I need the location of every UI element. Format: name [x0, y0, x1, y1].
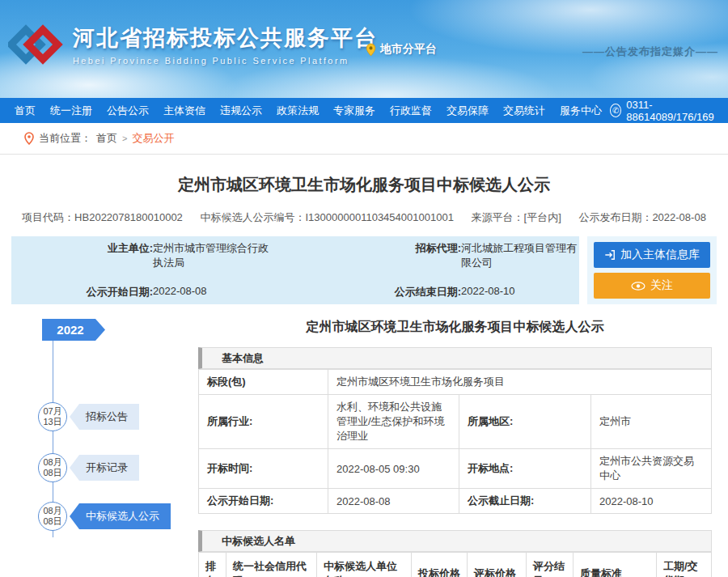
notice-start-label: 公示开始日期:: [11, 285, 153, 299]
nav-item-policies[interactable]: 政策法规: [270, 104, 325, 118]
timeline-date: 08月 08日: [38, 453, 67, 482]
notice-number-label: 中标候选人公示编号：: [200, 211, 305, 223]
nav-item-register[interactable]: 统一注册: [44, 104, 99, 118]
timeline-date-day: 08日: [43, 468, 61, 478]
region-label: 所属地区:: [459, 395, 591, 449]
col-company-name: 中标候选人单位名称: [317, 553, 412, 577]
candidates-table: 排名 统一社会信用代码 中标候选人单位名称 投标价格 评标价格 评分结果 质量标…: [198, 552, 712, 577]
nav-item-trade-statistics[interactable]: 交易统计: [497, 104, 552, 118]
notice-start-value: 2022-08-08: [153, 285, 271, 299]
main-nav: 首页 统一注册 公告公示 主体资信 违规公示 政策法规 专家服务 行政监督 交易…: [0, 98, 728, 123]
col-credit-code: 统一社会信用代码: [226, 553, 317, 577]
hotline: ✆ 0311-88614089/176/169: [610, 99, 720, 123]
col-quality: 质量标准: [574, 553, 657, 577]
follow-button[interactable]: 关注: [594, 273, 710, 299]
table-row: 开标时间: 2022-08-05 09:30 开标地点: 定州市公共资源交易中心: [199, 449, 712, 489]
publicity-end-value: 2022-08-10: [591, 489, 712, 514]
bidding-agent-value: 河北城旅工程项目管理有限公司: [461, 241, 579, 270]
timeline-date: 07月 13日: [38, 402, 67, 431]
timeline-label-active: 中标候选人公示: [70, 503, 171, 529]
timeline-date-month: 08月: [43, 506, 61, 516]
col-evaluated-price: 评标价格: [468, 553, 527, 577]
col-rank: 排名: [199, 553, 226, 577]
city-platform-label: 地市分平台: [380, 42, 437, 57]
publish-date-label: 公示发布日期：: [578, 211, 652, 223]
bidding-agent-label: 招标代理:: [271, 241, 461, 270]
join-entity-db-button[interactable]: 加入主体信息库: [594, 242, 710, 268]
col-bid-price: 投标价格: [412, 553, 468, 577]
publicity-start-value: 2022-08-08: [328, 489, 459, 514]
timeline-date-day: 08日: [43, 516, 61, 527]
table-header-row: 排名 统一社会信用代码 中标候选人单位名称 投标价格 评标价格 评分结果 质量标…: [199, 553, 712, 577]
breadcrumb-label: 当前位置：: [39, 131, 91, 146]
project-code-value: HB2022078180010002: [74, 211, 183, 223]
timeline-date-month: 07月: [43, 406, 61, 417]
timeline-item-bid-opening[interactable]: 08月 08日 开标记录: [38, 453, 139, 482]
main-content: 2022 07月 13日 招标公告 08月 08日 开标记录 08月 08日 中…: [0, 319, 728, 577]
timeline-date-month: 08月: [43, 457, 61, 468]
nav-item-home[interactable]: 首页: [8, 104, 42, 118]
industry-label: 所属行业:: [199, 395, 328, 449]
timeline-item-tender-notice[interactable]: 07月 13日 招标公告: [38, 402, 139, 431]
notice-article: 定州市城区环境卫生市场化服务项目中标候选人公示 基本信息 标段(包) 定州市城区…: [198, 319, 712, 577]
timeline-item-candidates[interactable]: 08月 08日 中标候选人公示: [38, 502, 171, 531]
timeline-date-day: 13日: [43, 417, 61, 427]
col-duration: 工期/交货期: [657, 553, 712, 577]
nav-item-admin-supervision[interactable]: 行政监督: [383, 104, 438, 118]
summary-box: 业主单位: 定州市城市管理综合行政执法局 招标代理: 河北城旅工程项目管理有限公…: [11, 236, 579, 304]
opening-time-value: 2022-08-05 09:30: [328, 449, 459, 489]
notice-end-value: 2022-08-10: [461, 285, 579, 299]
timeline-date: 08月 08日: [38, 502, 67, 531]
nav-item-announcements[interactable]: 公告公示: [100, 104, 155, 118]
site-header: 河北省招标投标公共服务平台 Hebei Province Bidding Pub…: [0, 0, 728, 98]
action-panel: 加入主体信息库 关注: [587, 236, 717, 304]
bid-section-label: 标段(包): [199, 370, 328, 395]
nav-item-entity-credit[interactable]: 主体资信: [157, 104, 212, 118]
nav-item-violations[interactable]: 违规公示: [214, 104, 269, 118]
process-timeline: 2022 07月 13日 招标公告 08月 08日 开标记录 08月 08日 中…: [36, 319, 198, 577]
hotline-number: 0311-88614089/176/169: [626, 99, 720, 123]
timeline-label: 招标公告: [70, 404, 139, 430]
site-brand: 河北省招标投标公共服务平台 Hebei Province Bidding Pub…: [8, 18, 378, 71]
source-platform-label: 来源平台：: [472, 211, 524, 223]
basic-info-table: 标段(包) 定州市城区环境卫生市场化服务项目 所属行业: 水利、环境和公共设施管…: [198, 369, 712, 514]
media-designation-note: ——公告发布指定媒介——: [582, 45, 718, 59]
nav-item-service-center[interactable]: 服务中心: [553, 104, 608, 118]
site-logo-icon: [8, 18, 66, 71]
publish-date-value: 2022-08-08: [652, 211, 706, 223]
publicity-end-label: 公示截止日期:: [459, 489, 591, 514]
location-pin-icon: [366, 43, 376, 57]
project-code-label: 项目代码：: [22, 211, 74, 223]
article-title: 定州市城区环境卫生市场化服务项目中标候选人公示: [198, 319, 712, 336]
publicity-start-label: 公示开始日期:: [199, 489, 328, 514]
nav-item-expert-service[interactable]: 专家服务: [327, 104, 382, 118]
breadcrumb-pin-icon: [24, 132, 34, 145]
breadcrumb: 当前位置：首页 > 交易公开: [0, 123, 728, 155]
city-platform-link[interactable]: 地市分平台: [366, 42, 437, 57]
table-row: 标段(包) 定州市城区环境卫生市场化服务项目: [199, 370, 712, 395]
nav-item-trade-guarantee[interactable]: 交易保障: [440, 104, 495, 118]
breadcrumb-separator: >: [122, 134, 127, 143]
bid-section-value: 定州市城区环境卫生市场化服务项目: [328, 370, 712, 395]
site-title: 河北省招标投标公共服务平台: [73, 23, 378, 53]
timeline-label: 开标记录: [70, 455, 139, 481]
site-subtitle: Hebei Province Bidding Public Service Pl…: [73, 56, 378, 66]
candidates-section-header: 中标候选人名单: [198, 530, 712, 552]
summary-row: 业主单位: 定州市城市管理综合行政执法局 招标代理: 河北城旅工程项目管理有限公…: [11, 236, 717, 304]
table-row: 公示开始日期: 2022-08-08 公示截止日期: 2022-08-10: [199, 489, 712, 514]
eye-icon: [631, 282, 645, 291]
timeline-year-flag: 2022: [42, 319, 105, 341]
owner-unit-label: 业主单位:: [11, 241, 153, 270]
sign-in-icon: [604, 249, 616, 261]
source-platform-value: [平台内]: [524, 211, 561, 223]
region-value: 定州市: [591, 395, 712, 449]
project-meta: 项目代码：HB2022078180010002 中标候选人公示编号：I13000…: [0, 210, 728, 225]
basic-info-section-header: 基本信息: [198, 347, 712, 369]
table-row: 所属行业: 水利、环境和公共设施管理业/生态保护和环境治理业 所属地区: 定州市: [199, 395, 712, 449]
follow-button-label: 关注: [650, 278, 673, 293]
breadcrumb-home[interactable]: 首页: [96, 131, 117, 146]
notice-number-value: I1300000001103454001001001: [305, 211, 453, 223]
notice-end-label: 公示结束日期:: [271, 285, 461, 299]
breadcrumb-current[interactable]: 交易公开: [132, 131, 174, 146]
page-title: 定州市城区环境卫生市场化服务项目中标候选人公示: [0, 174, 728, 196]
